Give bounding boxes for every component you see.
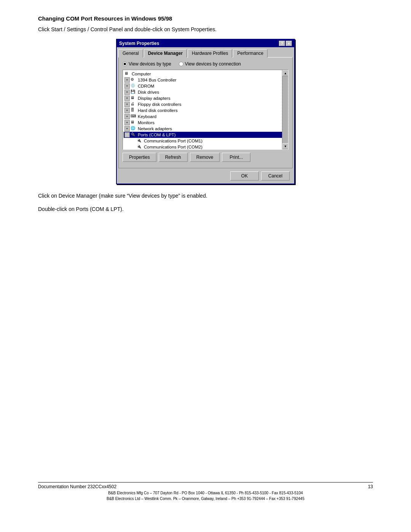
properties-button[interactable]: Properties <box>123 153 156 162</box>
device-label: Communications Port (COM2) <box>144 145 202 149</box>
device-icon: 🖥 <box>124 71 131 77</box>
device-icon: ⚙ <box>131 77 137 83</box>
scrollbar-track[interactable] <box>282 76 288 143</box>
radio-by-type-indicator <box>123 62 127 66</box>
device-label: Ports (COM & LPT) <box>138 133 176 137</box>
device-item[interactable]: +🖥Display adapters <box>124 95 287 101</box>
radio-by-connection-label: View devices by connection <box>185 61 241 67</box>
footer-doc-number: Documentation Number 232CCxx4502 <box>38 484 116 489</box>
scroll-down-button[interactable]: ▼ <box>282 143 288 149</box>
tab-performance[interactable]: Performance <box>233 49 268 58</box>
device-label: 1394 Bus Controller <box>138 78 177 82</box>
device-item[interactable]: +💾Disk drives <box>124 89 287 95</box>
section-title: Changing COM Port Resources in Windows 9… <box>38 15 373 22</box>
scrollbar[interactable]: ▲ ▼ <box>282 70 288 149</box>
footer-address: B&B Electronics Mfg Co – 707 Dayton Rd -… <box>38 490 373 502</box>
outro-text-1: Click on Device Manager (make sure “View… <box>38 192 373 200</box>
tree-expand-icon[interactable]: + <box>124 77 130 83</box>
device-icon: 🔌 <box>137 138 143 144</box>
tree-expand-icon[interactable]: + <box>124 89 130 95</box>
dialog-titlebar: System Properties ? × <box>117 40 294 47</box>
tab-general[interactable]: General <box>118 49 143 58</box>
device-label: Network adapters <box>138 126 172 131</box>
device-item[interactable]: 🖥Computer <box>124 71 287 77</box>
cancel-button[interactable]: Cancel <box>261 171 290 181</box>
device-icon: 🖥 <box>131 96 137 101</box>
device-item[interactable]: 🔌Communications Port (COM1) <box>124 138 287 144</box>
tab-hardware-profiles[interactable]: Hardware Profiles <box>188 49 232 58</box>
device-label: Computer <box>132 72 151 76</box>
radio-by-type-label: View devices by type <box>129 61 171 67</box>
device-item[interactable]: +🌐Network adapters <box>124 126 287 132</box>
device-icon: 🖨 <box>131 102 137 107</box>
radio-by-connection[interactable]: View devices by connection <box>179 61 241 67</box>
tree-expand-icon[interactable]: + <box>124 96 130 101</box>
device-item[interactable]: +⚙1394 Bus Controller <box>124 77 287 83</box>
tree-expand-icon[interactable]: + <box>124 126 130 131</box>
device-icon: 🔌 <box>137 144 143 149</box>
device-icon: 💾 <box>131 89 137 95</box>
device-item[interactable]: +🖨Floppy disk controllers <box>124 101 287 107</box>
device-label: Keyboard <box>138 114 156 119</box>
device-icon: 🌐 <box>131 126 137 131</box>
system-properties-dialog: System Properties ? × General Device Man… <box>116 39 295 184</box>
device-icon: 💿 <box>131 83 137 89</box>
device-label: CDROM <box>138 84 154 88</box>
device-item[interactable]: 🔌Communications Port (COM2) <box>124 144 287 149</box>
device-label: Monitors <box>138 120 155 125</box>
device-item[interactable]: +🗄Hard disk controllers <box>124 107 287 113</box>
tree-expand-icon[interactable]: + <box>124 102 130 107</box>
help-button[interactable]: ? <box>279 41 285 46</box>
radio-by-connection-indicator <box>179 62 183 66</box>
titlebar-buttons: ? × <box>279 41 292 46</box>
device-icon: 🔌 <box>131 132 137 137</box>
device-list[interactable]: 🖥Computer+⚙1394 Bus Controller+💿CDROM+💾D… <box>123 70 288 149</box>
device-icon: ⌨ <box>131 114 137 119</box>
dialog-ok-cancel: OK Cancel <box>121 171 290 181</box>
remove-button[interactable]: Remove <box>190 153 220 162</box>
device-icon: 🖥 <box>131 120 137 125</box>
tab-panel: View devices by type View devices by con… <box>118 57 293 168</box>
device-label: Communications Port (COM1) <box>144 139 202 143</box>
action-buttons: Properties Refresh Remove Print... <box>123 153 288 162</box>
scroll-up-button[interactable]: ▲ <box>282 70 288 76</box>
ok-button[interactable]: OK <box>230 171 259 181</box>
close-button[interactable]: × <box>286 41 292 46</box>
outro-text-2: Double-click on Ports (COM & LPT). <box>38 205 373 213</box>
device-item[interactable]: −🔌Ports (COM & LPT) <box>124 132 287 138</box>
view-options: View devices by type View devices by con… <box>123 61 288 67</box>
footer-main: Documentation Number 232CCxx4502 13 <box>38 484 373 489</box>
device-item[interactable]: +💿CDROM <box>124 83 287 89</box>
device-item[interactable]: +🖥Monitors <box>124 120 287 126</box>
device-label: Hard disk controllers <box>138 108 178 113</box>
dialog-title: System Properties <box>119 41 159 46</box>
device-label: Floppy disk controllers <box>138 102 181 107</box>
print-button[interactable]: Print... <box>222 153 250 162</box>
refresh-button[interactable]: Refresh <box>159 153 188 162</box>
device-label: Display adapters <box>138 96 170 101</box>
tree-expand-icon[interactable]: + <box>124 108 130 113</box>
tab-bar: General Device Manager Hardware Profiles… <box>117 47 294 57</box>
device-item[interactable]: +⌨Keyboard <box>124 113 287 120</box>
page-footer: Documentation Number 232CCxx4502 13 B&B … <box>38 482 373 502</box>
tree-expand-icon[interactable]: + <box>124 114 130 119</box>
radio-by-type[interactable]: View devices by type <box>123 61 171 67</box>
footer-address-line2: B&B Electronics Ltd – Westlink Comm. Pk … <box>38 496 373 502</box>
device-label: Disk drives <box>138 90 159 94</box>
tab-device-manager[interactable]: Device Manager <box>144 49 187 58</box>
tree-expand-icon[interactable]: + <box>124 120 130 125</box>
intro-text: Click Start / Settings / Control Panel a… <box>38 26 373 34</box>
device-icon: 🗄 <box>131 108 137 113</box>
device-list-container: 🖥Computer+⚙1394 Bus Controller+💿CDROM+💾D… <box>123 70 288 150</box>
footer-address-line1: B&B Electronics Mfg Co – 707 Dayton Rd -… <box>38 490 373 496</box>
footer-page-number: 13 <box>368 484 373 489</box>
tree-expand-icon[interactable]: + <box>124 83 130 89</box>
tree-expand-icon[interactable]: − <box>124 132 130 137</box>
